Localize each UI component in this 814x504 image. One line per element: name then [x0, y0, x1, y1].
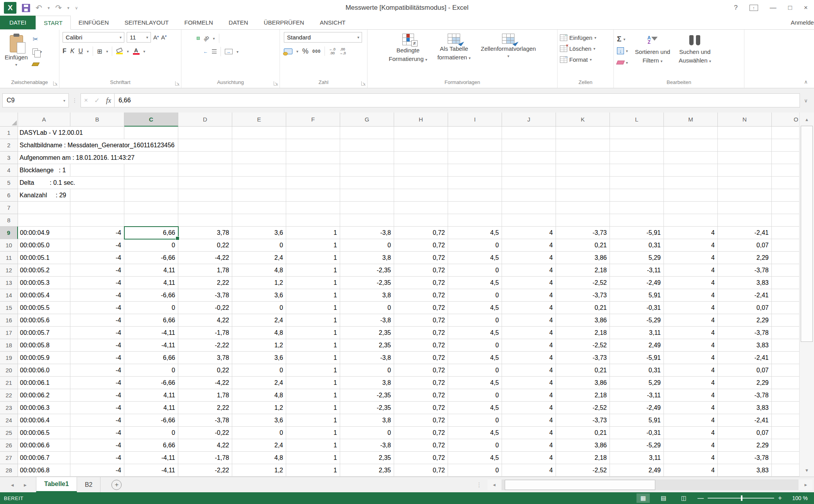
column-header-D[interactable]: D — [178, 113, 232, 127]
cell-E3[interactable] — [232, 152, 286, 164]
cell-I5[interactable] — [448, 177, 502, 189]
clear-button[interactable]: ▾ — [617, 58, 628, 67]
underline-dropdown-icon[interactable]: ▾ — [87, 49, 89, 54]
cell-A28[interactable]: 00:00:06.8 — [18, 464, 70, 477]
cell-D16[interactable]: 4,22 — [178, 314, 232, 327]
column-header-I[interactable]: I — [448, 113, 502, 127]
cell-K4[interactable] — [556, 164, 610, 177]
cell-M28[interactable]: 4 — [664, 464, 718, 477]
cell-N21[interactable]: 2,29 — [718, 377, 772, 389]
cell-M14[interactable]: 4 — [664, 289, 718, 302]
cell-M6[interactable] — [664, 189, 718, 202]
cell-E21[interactable]: 2,4 — [232, 377, 286, 389]
cell-I3[interactable] — [448, 152, 502, 164]
cell-K11[interactable]: 3,86 — [556, 252, 610, 264]
cell-B27[interactable]: -4 — [70, 452, 124, 464]
cell-F21[interactable]: 1 — [286, 377, 340, 389]
cell-N2[interactable] — [718, 139, 772, 152]
cell-C22[interactable]: 4,11 — [124, 389, 178, 402]
row-header-25[interactable]: 25 — [0, 427, 18, 439]
cell-partial-26[interactable] — [772, 439, 799, 452]
sheet-tab-b2[interactable]: B2 — [77, 477, 101, 492]
new-sheet-button[interactable]: + — [111, 480, 122, 490]
row-header-16[interactable]: 16 — [0, 314, 18, 327]
cell-N10[interactable]: 0,07 — [718, 239, 772, 252]
tab-splitter-icon[interactable]: ⋮ — [476, 481, 488, 488]
cell-B18[interactable]: -4 — [70, 339, 124, 352]
cell-M4[interactable] — [664, 164, 718, 177]
next-sheet-icon[interactable]: ▸ — [24, 482, 27, 488]
cell-E15[interactable]: 0 — [232, 302, 286, 314]
wrap-text-button[interactable] — [223, 37, 226, 39]
cell-M12[interactable]: 4 — [664, 264, 718, 277]
cell-J20[interactable]: 4 — [502, 364, 556, 377]
cell-A25[interactable]: 00:00:06.5 — [18, 427, 70, 439]
cell-K23[interactable]: -2,52 — [556, 402, 610, 414]
underline-button[interactable]: U — [78, 48, 83, 55]
cell-I25[interactable]: 4,5 — [448, 427, 502, 439]
number-format-combo[interactable]: Standard ▾ — [284, 32, 362, 43]
row-header-28[interactable]: 28 — [0, 464, 18, 477]
cell-L22[interactable]: -3,11 — [610, 389, 664, 402]
cell-G10[interactable]: 0 — [340, 239, 394, 252]
ribbon-tab-einfügen[interactable]: EINFÜGEN — [71, 16, 117, 29]
cell-A16[interactable]: 00:00:05.6 — [18, 314, 70, 327]
cell-N19[interactable]: -2,41 — [718, 352, 772, 364]
cell-I18[interactable]: 0 — [448, 339, 502, 352]
cell-partial-9[interactable] — [772, 227, 799, 239]
comma-style-button[interactable]: 000 — [312, 49, 321, 54]
merge-center-button[interactable]: ↔ — [225, 49, 233, 54]
cell-partial-5[interactable] — [772, 177, 799, 189]
format-cells-button[interactable]: ↔ Format ▾ — [560, 55, 611, 64]
bold-button[interactable]: F — [63, 48, 66, 55]
cell-K24[interactable]: -3,73 — [556, 414, 610, 427]
row-header-12[interactable]: 12 — [0, 264, 18, 277]
cell-I24[interactable]: 0 — [448, 414, 502, 427]
middle-align-button[interactable] — [191, 37, 193, 39]
font-color-dropdown-icon[interactable]: ▾ — [143, 49, 145, 54]
cell-G16[interactable]: -3,8 — [340, 314, 394, 327]
cell-G9[interactable]: -3,8 — [340, 227, 394, 239]
cell-L15[interactable]: -0,31 — [610, 302, 664, 314]
cell-L13[interactable]: -2,49 — [610, 277, 664, 289]
row-header-3[interactable]: 3 — [0, 152, 18, 164]
cell-J7[interactable] — [502, 202, 556, 214]
cell-N26[interactable]: 2,29 — [718, 439, 772, 452]
cell-C20[interactable]: 0 — [124, 364, 178, 377]
cell-K13[interactable]: -2,52 — [556, 277, 610, 289]
cell-K26[interactable]: 3,86 — [556, 439, 610, 452]
cell-C1[interactable] — [124, 127, 178, 139]
cell-H24[interactable]: 0,72 — [394, 414, 448, 427]
cell-G22[interactable]: -2,35 — [340, 389, 394, 402]
cell-K28[interactable]: -2,52 — [556, 464, 610, 477]
cell-A10[interactable]: 00:00:05.0 — [18, 239, 70, 252]
cell-J24[interactable]: 4 — [502, 414, 556, 427]
merge-dropdown-icon[interactable]: ▾ — [237, 50, 238, 54]
row-header-20[interactable]: 20 — [0, 364, 18, 377]
scroll-right-icon[interactable]: ▸ — [799, 479, 812, 490]
help-icon[interactable]: ? — [734, 4, 737, 12]
orientation-icon[interactable]: ab — [202, 34, 210, 43]
cell-H18[interactable]: 0,72 — [394, 339, 448, 352]
cell-A21[interactable]: 00:00:06.1 — [18, 377, 70, 389]
cell-H17[interactable]: 0,72 — [394, 327, 448, 339]
cell-J10[interactable]: 4 — [502, 239, 556, 252]
cell-partial-27[interactable] — [772, 452, 799, 464]
row-header-15[interactable]: 15 — [0, 302, 18, 314]
conditional-formatting-button[interactable]: ≠ Bedingte Formatierung ▾ — [385, 32, 430, 79]
cell-M21[interactable]: 4 — [664, 377, 718, 389]
cell-J14[interactable]: 4 — [502, 289, 556, 302]
cell-H4[interactable] — [394, 164, 448, 177]
row-header-8[interactable]: 8 — [0, 214, 18, 227]
cell-E16[interactable]: 2,4 — [232, 314, 286, 327]
cell-styles-button[interactable]: Zellenformatvorlagen ▾ — [478, 32, 539, 79]
cell-F24[interactable]: 1 — [286, 414, 340, 427]
cell-G23[interactable]: -2,35 — [340, 402, 394, 414]
cell-D23[interactable]: 2,22 — [178, 402, 232, 414]
cell-M2[interactable] — [664, 139, 718, 152]
cell-J26[interactable]: 4 — [502, 439, 556, 452]
cell-partial-28[interactable] — [772, 464, 799, 477]
ribbon-tab-formeln[interactable]: FORMELN — [176, 16, 221, 29]
cell-C16[interactable]: 6,66 — [124, 314, 178, 327]
maximize-icon[interactable]: □ — [788, 4, 792, 12]
